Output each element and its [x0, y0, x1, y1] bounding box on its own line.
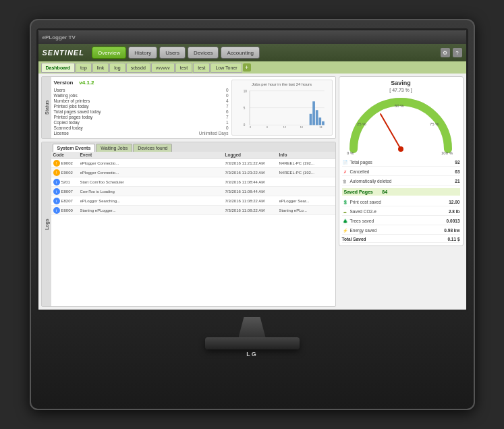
status-section: Status Version v4.1.2 Users — [41, 76, 336, 139]
svg-line-17 — [381, 114, 401, 149]
monitor: ePLogger TV SENTINEL Overview History Us… — [30, 19, 475, 410]
chart-area: Jobs per hour in the last 24 hours 10 5 … — [231, 80, 333, 136]
logs-section: Logs System Events Waiting Jobs Devices … — [41, 142, 336, 307]
tab-sdssdd[interactable]: sdssdd — [126, 63, 150, 73]
log-tab-system[interactable]: System Events — [53, 144, 96, 152]
saved-pages-header: Saved Pages 84 — [342, 188, 460, 196]
status-inner: Version v4.1.2 Users 0 Waiting jobs — [51, 77, 335, 138]
status-row-scanned: Scanned today 0 — [54, 125, 229, 130]
svg-rect-8 — [312, 101, 315, 125]
log-row: !E9002 ePlogger Connectio... 7/3/2016 11… — [51, 168, 335, 177]
status-title: Version v4.1.2 — [54, 80, 229, 86]
log-row: i5201 Start ComToo Scheduler 7/3/2016 11… — [51, 177, 335, 187]
chart-svg: 10 5 0 — [234, 88, 330, 128]
info-icon: i — [53, 198, 60, 204]
nav-bar: SENTINEL Overview History Users Devices … — [38, 44, 466, 61]
svg-text:0: 0 — [243, 123, 245, 127]
svg-rect-11 — [322, 121, 325, 125]
stat-row-energy: ⚡ Energy saved 0.98 kw — [342, 227, 460, 235]
stat-row-print-cost: 💲 Print cost saved 12.00 — [342, 198, 460, 206]
nav-accounting[interactable]: Accounting — [221, 47, 260, 59]
stat-row-cancelled: ✗ Cancelled 63 — [342, 168, 460, 176]
tab-link[interactable]: link — [92, 63, 109, 73]
log-row: !E9002 ePlogger Connectio... 7/3/2016 11… — [51, 159, 335, 168]
settings-icon[interactable]: ⚙ — [441, 48, 450, 57]
cancelled-icon: ✗ — [342, 169, 348, 175]
brand-logo: LG — [246, 351, 258, 358]
tab-dashboard[interactable]: Dashboard — [41, 63, 76, 73]
svg-text:24: 24 — [319, 126, 322, 128]
log-tab-devices[interactable]: Devices found — [133, 144, 172, 152]
right-panel: Saving [ 47.73 % ] — [339, 76, 464, 307]
auto-deleted-icon: 🗑 — [342, 178, 348, 184]
status-row-copied: Copied today 1 — [54, 119, 229, 125]
trees-icon: 🌲 — [342, 218, 348, 224]
svg-text:12: 12 — [283, 126, 285, 128]
info-icon: i — [53, 179, 60, 185]
log-row: iE8007 ComToo is Loading 7/3/2016 11:08:… — [51, 187, 335, 196]
nav-history[interactable]: History — [128, 47, 157, 59]
sentinel-logo: SENTINEL — [43, 49, 84, 57]
svg-text:50 %: 50 % — [395, 104, 404, 108]
tab-test1[interactable]: test — [175, 63, 192, 73]
left-panel: Status Version v4.1.2 Users — [41, 76, 336, 307]
svg-text:10: 10 — [243, 90, 247, 93]
status-row-printers: Number of printers 4 — [54, 98, 229, 103]
gauge-container: 0 % 25 % 50 % 75 % 100 % — [342, 95, 460, 156]
tab-log[interactable]: log — [109, 63, 125, 73]
nav-overview[interactable]: Overview — [92, 47, 126, 59]
svg-text:0: 0 — [250, 126, 251, 128]
screen-bezel: ePLogger TV SENTINEL Overview History Us… — [36, 28, 468, 312]
svg-text:75 %: 75 % — [430, 122, 439, 126]
chart-title: Jobs per hour in the last 24 hours — [234, 82, 330, 86]
monitor-stand: LG — [205, 317, 300, 358]
stat-row-co2: ☁ Saved CO2-e 2.8 lb — [342, 208, 460, 216]
gauge-svg: 0 % 25 % 50 % 75 % 100 % — [343, 95, 458, 156]
svg-text:25 %: 25 % — [357, 122, 366, 126]
status-row-license: License Unlimited Days — [54, 130, 229, 136]
stand-base — [205, 337, 300, 349]
stat-row-total-pages: 📄 Total pages 92 — [342, 159, 460, 167]
tab-top[interactable]: top — [76, 63, 92, 73]
info-icon: i — [53, 207, 60, 214]
status-row-printed-jobs: Printed jobs today 7 — [54, 103, 229, 109]
stat-row-trees: 🌲 Trees saved 0.0013 — [342, 217, 460, 225]
svg-rect-10 — [318, 117, 321, 125]
svg-text:0 %: 0 % — [347, 151, 354, 155]
total-pages-icon: 📄 — [342, 159, 348, 165]
status-row-printed-pages: Printed pages today 7 — [54, 114, 229, 119]
status-label: Status — [42, 77, 51, 138]
svg-text:100 %: 100 % — [441, 151, 453, 155]
stat-row-auto-deleted: 🗑 Automatically deleted 21 — [342, 177, 460, 185]
svg-rect-7 — [309, 114, 312, 125]
help-icon[interactable]: ? — [453, 48, 462, 57]
print-cost-icon: 💲 — [342, 199, 348, 205]
co2-icon: ☁ — [342, 208, 348, 214]
saving-title: Saving — [342, 80, 460, 86]
warn-icon: ! — [53, 169, 60, 176]
tab-test2[interactable]: test — [193, 63, 210, 73]
svg-rect-9 — [315, 110, 318, 125]
tab-low-toner[interactable]: Low Toner — [211, 63, 242, 73]
info-icon: i — [53, 188, 60, 195]
svg-point-18 — [398, 146, 403, 152]
tab-add-button[interactable]: + — [243, 63, 251, 72]
saving-card: Saving [ 47.73 % ] — [339, 76, 464, 246]
main-content: Status Version v4.1.2 Users — [38, 74, 466, 310]
status-row-pages-saved: Total pages saved today 6 — [54, 109, 229, 114]
nav-users[interactable]: Users — [159, 47, 186, 59]
tab-vvvvvv[interactable]: vvvvvv — [151, 63, 175, 73]
svg-text:6: 6 — [266, 126, 267, 128]
app-logo: ePLogger TV — [43, 34, 76, 40]
logs-label: Logs — [42, 142, 51, 306]
svg-text:18: 18 — [300, 126, 302, 128]
nav-devices[interactable]: Devices — [188, 47, 219, 59]
svg-text:5: 5 — [243, 107, 245, 110]
stats-grid: 📄 Total pages 92 ✗ Cancelled 63 — [342, 159, 460, 243]
logs-tabs: System Events Waiting Jobs Devices found — [51, 142, 335, 152]
log-tab-waiting[interactable]: Waiting Jobs — [96, 144, 132, 152]
log-row: iE6000 Starting ePLogger... 7/3/2016 11:… — [51, 206, 335, 215]
screen: ePLogger TV SENTINEL Overview History Us… — [38, 30, 466, 310]
top-bar: ePLogger TV — [38, 30, 466, 44]
stand-neck — [239, 317, 266, 337]
